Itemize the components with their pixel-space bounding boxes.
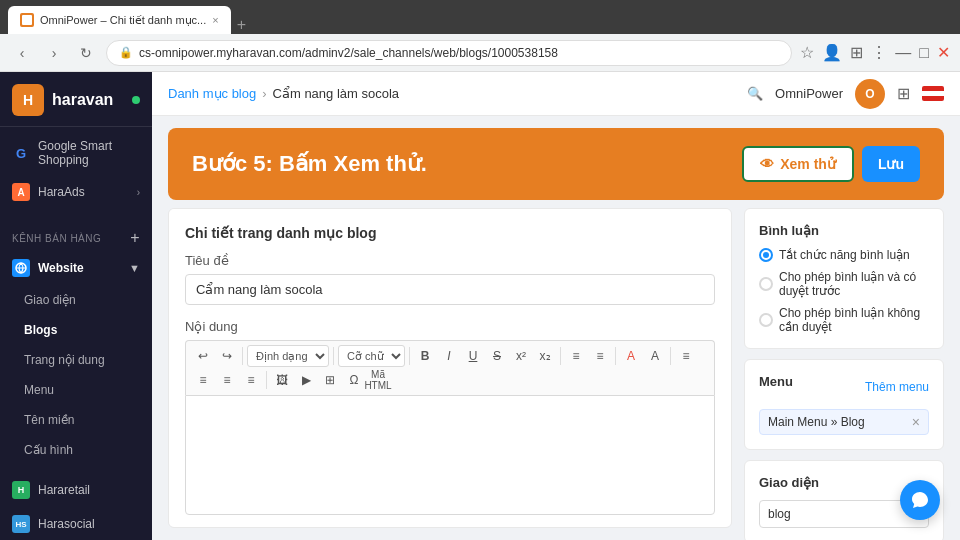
back-btn[interactable]: ‹ [10, 41, 34, 65]
app-container: H haravan G Google Smart Shopping A Hara… [0, 72, 960, 540]
sidebar: H haravan G Google Smart Shopping A Hara… [0, 72, 152, 540]
hararetail-label: Hararetail [38, 483, 90, 497]
grid-icon[interactable]: ⊞ [897, 84, 910, 103]
language-flag[interactable] [922, 86, 944, 101]
format-select[interactable]: Định dạng [247, 345, 329, 367]
breadcrumb-separator: › [262, 86, 266, 101]
sidebar-item-haraads[interactable]: A HaraAds › [0, 175, 152, 209]
sidebar-item-website[interactable]: Website ▼ [0, 251, 152, 285]
menu-item-label: Main Menu » Blog [768, 415, 865, 429]
radio-free[interactable]: Cho phép bình luận không cần duyệt [759, 306, 929, 334]
save-button[interactable]: Lưu [862, 146, 920, 182]
menu-header: Menu Thêm menu [759, 374, 929, 399]
forward-btn[interactable]: › [42, 41, 66, 65]
content-label: Nội dung [185, 319, 715, 334]
tab-title: OmniPower – Chi tiết danh mục... [40, 14, 206, 27]
table-btn[interactable]: ⊞ [319, 369, 341, 391]
radio-off-label: Tắt chức năng bình luận [779, 248, 910, 262]
avatar[interactable]: O [855, 79, 885, 109]
list-ul-btn[interactable]: ≡ [589, 345, 611, 367]
maximize-btn[interactable]: □ [919, 44, 929, 62]
step-text: Bước 5: Bấm Xem thử. [192, 151, 427, 177]
haraads-label: HaraAds [38, 185, 85, 199]
image-btn[interactable]: 🖼 [271, 369, 293, 391]
website-toggle[interactable]: ▼ [129, 262, 140, 274]
sidebar-item-harasocial[interactable]: HS Harasocial [0, 507, 152, 540]
theme-value: blog [768, 507, 791, 521]
browser-action-buttons: ☆ 👤 ⊞ ⋮ — □ ✕ [800, 43, 950, 62]
address-bar-row: ‹ › ↻ 🔒 cs-omnipower.myharavan.com/admin… [0, 34, 960, 72]
strikethrough-btn[interactable]: S [486, 345, 508, 367]
toolbar-sep-7 [266, 371, 267, 389]
text-color-btn[interactable]: A [620, 345, 642, 367]
special-char-btn[interactable]: Ω [343, 369, 365, 391]
redo-btn[interactable]: ↪ [216, 345, 238, 367]
tab-close-btn[interactable]: × [212, 14, 218, 26]
list-ol-btn[interactable]: ≡ [565, 345, 587, 367]
align-left-btn[interactable]: ≡ [675, 345, 697, 367]
eye-icon: 👁 [760, 156, 774, 172]
sidebar-sub-trang-noi-dung[interactable]: Trang nội dung [0, 345, 152, 375]
align-justify-btn[interactable]: ≡ [240, 369, 262, 391]
content-area: Chi tiết trang danh mục blog Tiêu đề Nội… [152, 208, 960, 540]
breadcrumb: Danh mục blog › Cẩm nang làm socola [168, 86, 739, 101]
panel-title: Chi tiết trang danh mục blog [185, 225, 715, 241]
logo-text: haravan [52, 91, 113, 109]
search-button[interactable]: 🔍 [747, 86, 763, 101]
title-input[interactable] [185, 274, 715, 305]
close-browser-btn[interactable]: ✕ [937, 43, 950, 62]
ten-mien-label: Tên miền [24, 413, 74, 427]
left-panel: Chi tiết trang danh mục blog Tiêu đề Nội… [168, 208, 732, 528]
shop-name: OmniPower [775, 86, 843, 101]
url-bar[interactable]: 🔒 cs-omnipower.myharavan.com/adminv2/sal… [106, 40, 792, 66]
superscript-btn[interactable]: x² [510, 345, 532, 367]
sidebar-sub-giao-dien[interactable]: Giao diện [0, 285, 152, 315]
harasocial-icon: HS [12, 515, 30, 533]
svg-rect-0 [22, 15, 32, 25]
trang-noi-dung-label: Trang nội dung [24, 353, 105, 367]
radio-off[interactable]: Tắt chức năng bình luận [759, 248, 929, 262]
menu-icon[interactable]: ⋮ [871, 43, 887, 62]
editor-body[interactable] [185, 395, 715, 515]
haraads-icon: A [12, 183, 30, 201]
align-right-btn[interactable]: ≡ [216, 369, 238, 391]
align-center-btn[interactable]: ≡ [192, 369, 214, 391]
browser-chrome: OmniPower – Chi tiết danh mục... × + ‹ ›… [0, 0, 960, 72]
subscript-btn[interactable]: x₂ [534, 345, 556, 367]
sidebar-sub-blogs[interactable]: Blogs [0, 315, 152, 345]
bg-color-btn[interactable]: A [644, 345, 666, 367]
chat-fab-button[interactable] [900, 480, 940, 520]
preview-button[interactable]: 👁 Xem thử [742, 146, 854, 182]
minimize-btn[interactable]: — [895, 44, 911, 62]
code-btn[interactable]: Mã HTML [367, 369, 389, 391]
underline-btn[interactable]: U [462, 345, 484, 367]
radio-moderate[interactable]: Cho phép bình luận và có duyệt trước [759, 270, 929, 298]
bold-btn[interactable]: B [414, 345, 436, 367]
font-size-select[interactable]: Cỡ chữ [338, 345, 405, 367]
sidebar-sub-ten-mien[interactable]: Tên miền [0, 405, 152, 435]
section-add-btn[interactable]: + [130, 229, 140, 247]
video-btn[interactable]: ▶ [295, 369, 317, 391]
undo-btn[interactable]: ↩ [192, 345, 214, 367]
sidebar-item-google-shopping[interactable]: G Google Smart Shopping [0, 131, 152, 175]
active-tab[interactable]: OmniPower – Chi tiết danh mục... × [8, 6, 231, 34]
editor-toolbar: ↩ ↪ Định dạng Cỡ chữ B I U [185, 340, 715, 395]
radio-circle-off [759, 248, 773, 262]
radio-circle-free [759, 313, 773, 327]
italic-btn[interactable]: I [438, 345, 460, 367]
sidebar-item-hararetail[interactable]: H Hararetail [0, 473, 152, 507]
menu-title: Menu [759, 374, 793, 389]
toolbar-sep-5 [615, 347, 616, 365]
menu-tag-close-btn[interactable]: × [912, 414, 920, 430]
harasocial-label: Harasocial [38, 517, 95, 531]
add-menu-link[interactable]: Thêm menu [865, 380, 929, 394]
profile-icon[interactable]: 👤 [822, 43, 842, 62]
extensions-icon[interactable]: ⊞ [850, 43, 863, 62]
refresh-btn[interactable]: ↻ [74, 41, 98, 65]
new-tab-btn[interactable]: + [237, 16, 246, 34]
bookmark-icon[interactable]: ☆ [800, 43, 814, 62]
title-label: Tiêu đề [185, 253, 715, 268]
breadcrumb-parent[interactable]: Danh mục blog [168, 86, 256, 101]
sidebar-sub-menu[interactable]: Menu [0, 375, 152, 405]
sidebar-sub-cau-hinh[interactable]: Cấu hình [0, 435, 152, 465]
